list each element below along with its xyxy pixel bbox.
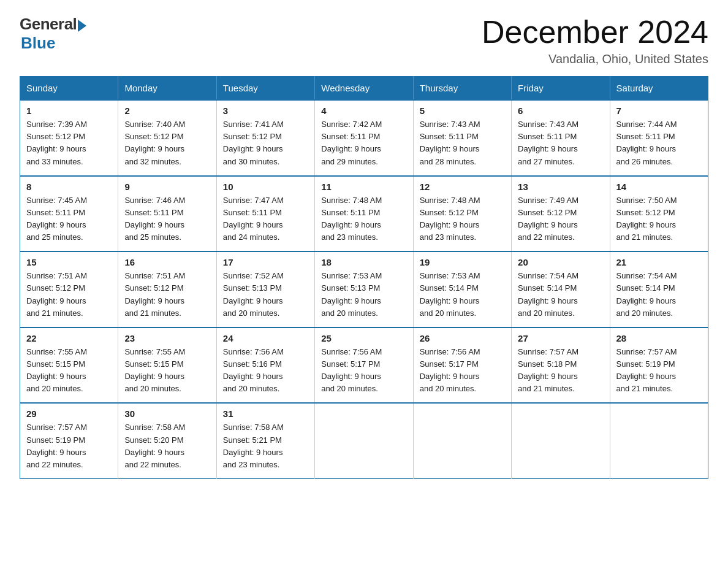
calendar-day-cell: 25Sunrise: 7:56 AMSunset: 5:17 PMDayligh… (315, 327, 413, 404)
days-of-week-row: SundayMondayTuesdayWednesdayThursdayFrid… (20, 77, 708, 101)
calendar-day-cell: 24Sunrise: 7:56 AMSunset: 5:16 PMDayligh… (216, 327, 314, 404)
day-number: 13 (518, 182, 603, 192)
day-number: 19 (420, 257, 505, 267)
day-info: Sunrise: 7:51 AMSunset: 5:12 PMDaylight:… (124, 270, 210, 320)
logo-general-text: General (20, 15, 77, 34)
day-number: 21 (616, 257, 702, 267)
calendar-day-cell: 2Sunrise: 7:40 AMSunset: 5:12 PMDaylight… (118, 100, 216, 176)
calendar-day-cell: 6Sunrise: 7:43 AMSunset: 5:11 PMDaylight… (512, 100, 610, 176)
day-number: 14 (616, 182, 702, 192)
day-number: 28 (616, 333, 702, 343)
day-info: Sunrise: 7:47 AMSunset: 5:11 PMDaylight:… (223, 194, 308, 244)
day-number: 31 (223, 408, 308, 419)
calendar-week-row: 15Sunrise: 7:51 AMSunset: 5:12 PMDayligh… (20, 251, 708, 327)
calendar-day-cell: 12Sunrise: 7:48 AMSunset: 5:12 PMDayligh… (413, 176, 511, 252)
calendar-day-cell: 29Sunrise: 7:57 AMSunset: 5:19 PMDayligh… (20, 403, 118, 478)
logo: General Blue (20, 15, 86, 53)
day-info: Sunrise: 7:53 AMSunset: 5:13 PMDaylight:… (321, 270, 406, 320)
day-info: Sunrise: 7:51 AMSunset: 5:12 PMDaylight:… (26, 270, 112, 320)
day-info: Sunrise: 7:53 AMSunset: 5:14 PMDaylight:… (420, 270, 505, 320)
calendar-day-cell: 17Sunrise: 7:52 AMSunset: 5:13 PMDayligh… (216, 251, 314, 327)
day-of-week-header: Monday (118, 77, 216, 101)
day-info: Sunrise: 7:55 AMSunset: 5:15 PMDaylight:… (124, 346, 210, 396)
day-number: 2 (124, 105, 210, 116)
calendar-day-cell: 1Sunrise: 7:39 AMSunset: 5:12 PMDaylight… (20, 100, 118, 176)
day-number: 22 (26, 333, 112, 343)
day-of-week-header: Saturday (610, 77, 708, 101)
day-info: Sunrise: 7:57 AMSunset: 5:19 PMDaylight:… (616, 346, 702, 396)
day-number: 26 (420, 333, 505, 343)
calendar-day-cell (413, 403, 511, 478)
day-info: Sunrise: 7:41 AMSunset: 5:12 PMDaylight:… (223, 118, 308, 168)
day-info: Sunrise: 7:43 AMSunset: 5:11 PMDaylight:… (420, 118, 505, 168)
logo-arrow-icon (78, 20, 86, 32)
calendar-day-cell: 3Sunrise: 7:41 AMSunset: 5:12 PMDaylight… (216, 100, 314, 176)
day-info: Sunrise: 7:48 AMSunset: 5:11 PMDaylight:… (321, 194, 406, 244)
day-info: Sunrise: 7:42 AMSunset: 5:11 PMDaylight:… (321, 118, 406, 168)
calendar-day-cell: 10Sunrise: 7:47 AMSunset: 5:11 PMDayligh… (216, 176, 314, 252)
day-info: Sunrise: 7:54 AMSunset: 5:14 PMDaylight:… (518, 270, 603, 320)
calendar-day-cell: 20Sunrise: 7:54 AMSunset: 5:14 PMDayligh… (512, 251, 610, 327)
day-of-week-header: Tuesday (216, 77, 314, 101)
day-info: Sunrise: 7:50 AMSunset: 5:12 PMDaylight:… (616, 194, 702, 244)
calendar-day-cell: 18Sunrise: 7:53 AMSunset: 5:13 PMDayligh… (315, 251, 413, 327)
calendar-week-row: 8Sunrise: 7:45 AMSunset: 5:11 PMDaylight… (20, 176, 708, 252)
day-info: Sunrise: 7:58 AMSunset: 5:21 PMDaylight:… (223, 421, 308, 471)
day-number: 24 (223, 333, 308, 343)
day-info: Sunrise: 7:44 AMSunset: 5:11 PMDaylight:… (616, 118, 702, 168)
calendar-day-cell: 8Sunrise: 7:45 AMSunset: 5:11 PMDaylight… (20, 176, 118, 252)
day-info: Sunrise: 7:43 AMSunset: 5:11 PMDaylight:… (518, 118, 603, 168)
calendar-day-cell: 16Sunrise: 7:51 AMSunset: 5:12 PMDayligh… (118, 251, 216, 327)
calendar-day-cell (610, 403, 708, 478)
day-number: 27 (518, 333, 603, 343)
day-info: Sunrise: 7:54 AMSunset: 5:14 PMDaylight:… (616, 270, 702, 320)
calendar-day-cell: 23Sunrise: 7:55 AMSunset: 5:15 PMDayligh… (118, 327, 216, 404)
month-title: December 2024 (482, 15, 708, 50)
calendar-day-cell: 26Sunrise: 7:56 AMSunset: 5:17 PMDayligh… (413, 327, 511, 404)
day-number: 8 (26, 182, 112, 192)
location-subtitle: Vandalia, Ohio, United States (482, 52, 708, 66)
calendar-day-cell: 30Sunrise: 7:58 AMSunset: 5:20 PMDayligh… (118, 403, 216, 478)
day-info: Sunrise: 7:58 AMSunset: 5:20 PMDaylight:… (124, 421, 210, 471)
day-number: 5 (420, 105, 505, 116)
calendar-week-row: 29Sunrise: 7:57 AMSunset: 5:19 PMDayligh… (20, 403, 708, 478)
day-number: 7 (616, 105, 702, 116)
day-number: 25 (321, 333, 406, 343)
calendar-day-cell: 15Sunrise: 7:51 AMSunset: 5:12 PMDayligh… (20, 251, 118, 327)
day-number: 9 (124, 182, 210, 192)
day-number: 15 (26, 257, 112, 267)
day-info: Sunrise: 7:39 AMSunset: 5:12 PMDaylight:… (26, 118, 112, 168)
day-of-week-header: Friday (512, 77, 610, 101)
calendar-day-cell (512, 403, 610, 478)
calendar-day-cell: 5Sunrise: 7:43 AMSunset: 5:11 PMDaylight… (413, 100, 511, 176)
day-info: Sunrise: 7:56 AMSunset: 5:17 PMDaylight:… (420, 346, 505, 396)
day-number: 17 (223, 257, 308, 267)
calendar-day-cell: 27Sunrise: 7:57 AMSunset: 5:18 PMDayligh… (512, 327, 610, 404)
calendar-day-cell: 7Sunrise: 7:44 AMSunset: 5:11 PMDaylight… (610, 100, 708, 176)
logo-blue-text: Blue (21, 34, 55, 53)
calendar-day-cell: 11Sunrise: 7:48 AMSunset: 5:11 PMDayligh… (315, 176, 413, 252)
calendar-day-cell: 21Sunrise: 7:54 AMSunset: 5:14 PMDayligh… (610, 251, 708, 327)
day-number: 29 (26, 408, 112, 419)
day-info: Sunrise: 7:57 AMSunset: 5:18 PMDaylight:… (518, 346, 603, 396)
day-info: Sunrise: 7:48 AMSunset: 5:12 PMDaylight:… (420, 194, 505, 244)
day-info: Sunrise: 7:56 AMSunset: 5:16 PMDaylight:… (223, 346, 308, 396)
day-info: Sunrise: 7:56 AMSunset: 5:17 PMDaylight:… (321, 346, 406, 396)
day-of-week-header: Sunday (20, 77, 118, 101)
day-info: Sunrise: 7:57 AMSunset: 5:19 PMDaylight:… (26, 421, 112, 471)
day-number: 30 (124, 408, 210, 419)
calendar-day-cell: 28Sunrise: 7:57 AMSunset: 5:19 PMDayligh… (610, 327, 708, 404)
day-info: Sunrise: 7:49 AMSunset: 5:12 PMDaylight:… (518, 194, 603, 244)
day-of-week-header: Wednesday (315, 77, 413, 101)
day-number: 1 (26, 105, 112, 116)
calendar-day-cell: 31Sunrise: 7:58 AMSunset: 5:21 PMDayligh… (216, 403, 314, 478)
day-info: Sunrise: 7:40 AMSunset: 5:12 PMDaylight:… (124, 118, 210, 168)
day-number: 4 (321, 105, 406, 116)
day-number: 3 (223, 105, 308, 116)
day-of-week-header: Thursday (413, 77, 511, 101)
day-number: 20 (518, 257, 603, 267)
title-block: December 2024 Vandalia, Ohio, United Sta… (482, 15, 708, 66)
day-info: Sunrise: 7:45 AMSunset: 5:11 PMDaylight:… (26, 194, 112, 244)
calendar-day-cell: 14Sunrise: 7:50 AMSunset: 5:12 PMDayligh… (610, 176, 708, 252)
day-number: 18 (321, 257, 406, 267)
